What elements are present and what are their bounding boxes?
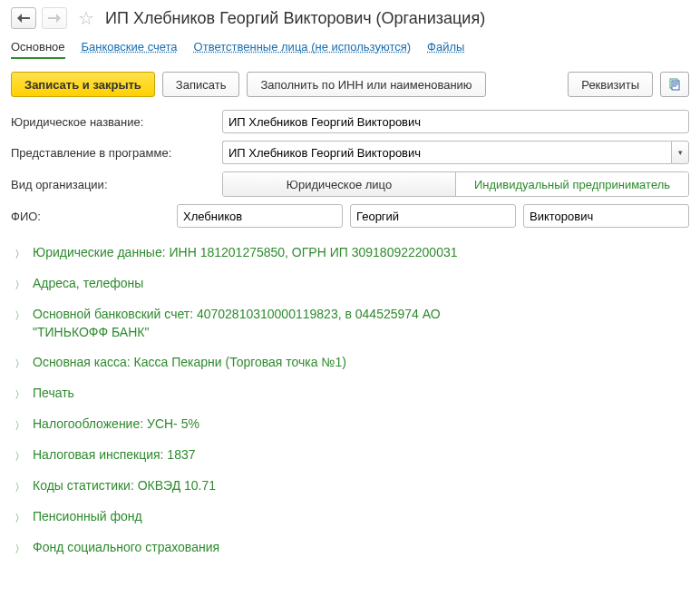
section-label: Основная касса: Касса Пекарни (Торговая … bbox=[33, 354, 346, 372]
section-pension-fund[interactable]: 〉 Пенсионный фонд bbox=[15, 508, 689, 526]
chevron-right-icon: 〉 bbox=[15, 387, 25, 403]
chevron-right-icon: 〉 bbox=[15, 480, 25, 495]
legal-name-label: Юридическое название: bbox=[11, 115, 215, 129]
toolbar: Записать и закрыть Записать Заполнить по… bbox=[11, 72, 689, 97]
forward-button[interactable] bbox=[42, 7, 67, 29]
firstname-input[interactable] bbox=[350, 204, 516, 228]
org-type-legal[interactable]: Юридическое лицо bbox=[223, 172, 456, 196]
patronymic-input[interactable] bbox=[523, 204, 689, 228]
attachments-button[interactable] bbox=[660, 72, 689, 97]
requisites-button[interactable]: Реквизиты bbox=[568, 72, 653, 97]
chevron-right-icon: 〉 bbox=[15, 308, 25, 324]
chevron-right-icon: 〉 bbox=[15, 278, 25, 293]
representation-label: Представление в программе: bbox=[11, 146, 215, 160]
section-label: Налоговая инспекция: 1837 bbox=[33, 446, 196, 464]
section-legal-data[interactable]: 〉 Юридические данные: ИНН 181201275850, … bbox=[15, 244, 689, 262]
chevron-right-icon: 〉 bbox=[15, 511, 25, 526]
section-tax-inspection[interactable]: 〉 Налоговая инспекция: 1837 bbox=[15, 446, 689, 464]
lastname-input[interactable] bbox=[177, 204, 343, 228]
section-addresses[interactable]: 〉 Адреса, телефоны bbox=[15, 275, 689, 293]
section-label: Адреса, телефоны bbox=[33, 275, 143, 293]
org-type-toggle: Юридическое лицо Индивидуальный предприн… bbox=[222, 171, 689, 197]
legal-name-input[interactable] bbox=[222, 110, 689, 133]
chevron-right-icon: 〉 bbox=[15, 542, 25, 557]
section-taxation[interactable]: 〉 Налогообложение: УСН- 5% bbox=[15, 416, 689, 434]
section-social-insurance[interactable]: 〉 Фонд социального страхования bbox=[15, 539, 689, 557]
fill-by-inn-button[interactable]: Заполнить по ИНН или наименованию bbox=[247, 72, 485, 97]
section-label: Налогообложение: УСН- 5% bbox=[33, 416, 199, 434]
tab-bank-accounts[interactable]: Банковские счета bbox=[82, 40, 178, 59]
chevron-right-icon: 〉 bbox=[15, 247, 25, 262]
section-print[interactable]: 〉 Печать bbox=[15, 385, 689, 403]
fio-row: ФИО: bbox=[11, 204, 689, 228]
section-label: Печать bbox=[33, 385, 74, 403]
org-type-label: Вид организации: bbox=[11, 178, 215, 191]
back-button[interactable] bbox=[11, 7, 36, 29]
collapsible-sections: 〉 Юридические данные: ИНН 181201275850, … bbox=[11, 244, 689, 557]
org-type-individual[interactable]: Индивидуальный предприниматель bbox=[456, 172, 688, 196]
legal-name-row: Юридическое название: bbox=[11, 110, 689, 133]
section-label: Юридические данные: ИНН 181201275850, ОГ… bbox=[33, 244, 458, 262]
tab-main[interactable]: Основное bbox=[11, 40, 65, 59]
representation-input[interactable] bbox=[222, 141, 671, 164]
representation-dropdown-button[interactable]: ▾ bbox=[671, 141, 689, 164]
section-statistics-codes[interactable]: 〉 Коды статистики: ОКВЭД 10.71 bbox=[15, 477, 689, 495]
save-button[interactable]: Записать bbox=[162, 72, 240, 97]
section-label: Пенсионный фонд bbox=[33, 508, 142, 526]
tab-responsible[interactable]: Ответственные лица (не используются) bbox=[194, 40, 411, 59]
org-type-row: Вид организации: Юридическое лицо Индиви… bbox=[11, 171, 689, 197]
tabs: Основное Банковские счета Ответственные … bbox=[11, 40, 689, 61]
paperclip-icon bbox=[667, 77, 682, 92]
arrow-right-icon bbox=[48, 14, 61, 23]
header-row: ☆ ИП Хлебников Георгий Викторович (Орган… bbox=[11, 7, 689, 29]
favorite-star-icon[interactable]: ☆ bbox=[78, 7, 94, 29]
section-bank-account[interactable]: 〉 Основной банковский счет: 407028103100… bbox=[15, 306, 689, 341]
section-label: Коды статистики: ОКВЭД 10.71 bbox=[33, 477, 216, 495]
section-label: Основной банковский счет: 40702810310000… bbox=[33, 306, 486, 341]
representation-row: Представление в программе: ▾ bbox=[11, 141, 689, 164]
page-title: ИП Хлебников Георгий Викторович (Организ… bbox=[105, 9, 485, 28]
chevron-right-icon: 〉 bbox=[15, 357, 25, 372]
section-cash-register[interactable]: 〉 Основная касса: Касса Пекарни (Торгова… bbox=[15, 354, 689, 372]
section-label: Фонд социального страхования bbox=[33, 539, 219, 557]
save-and-close-button[interactable]: Записать и закрыть bbox=[11, 72, 155, 97]
chevron-right-icon: 〉 bbox=[15, 449, 25, 464]
fio-label: ФИО: bbox=[11, 210, 170, 223]
chevron-right-icon: 〉 bbox=[15, 418, 25, 434]
tab-files[interactable]: Файлы bbox=[427, 40, 464, 59]
arrow-left-icon bbox=[17, 14, 30, 23]
